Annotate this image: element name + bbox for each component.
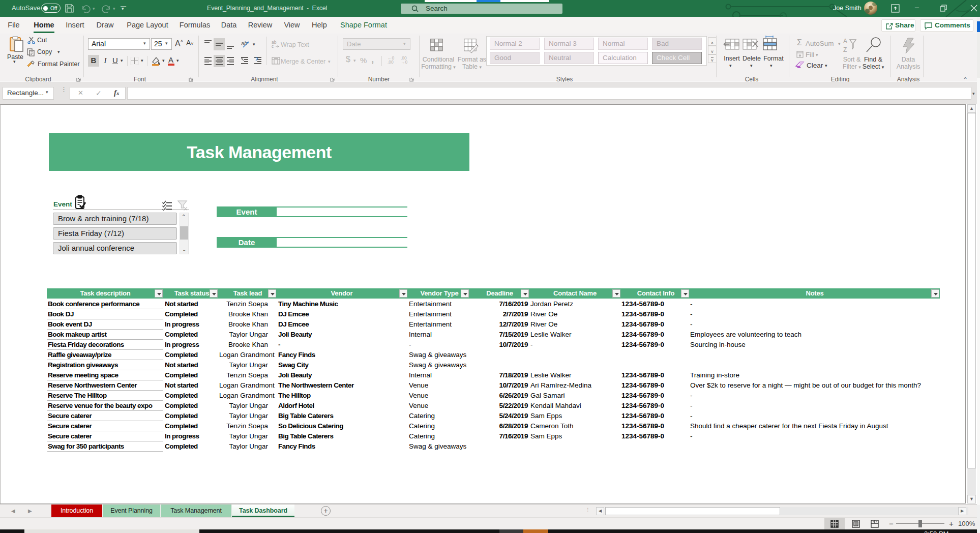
svg-text:ab: ab: [241, 40, 247, 46]
svg-text:Z: Z: [843, 46, 847, 53]
svg-text:A: A: [843, 38, 847, 45]
